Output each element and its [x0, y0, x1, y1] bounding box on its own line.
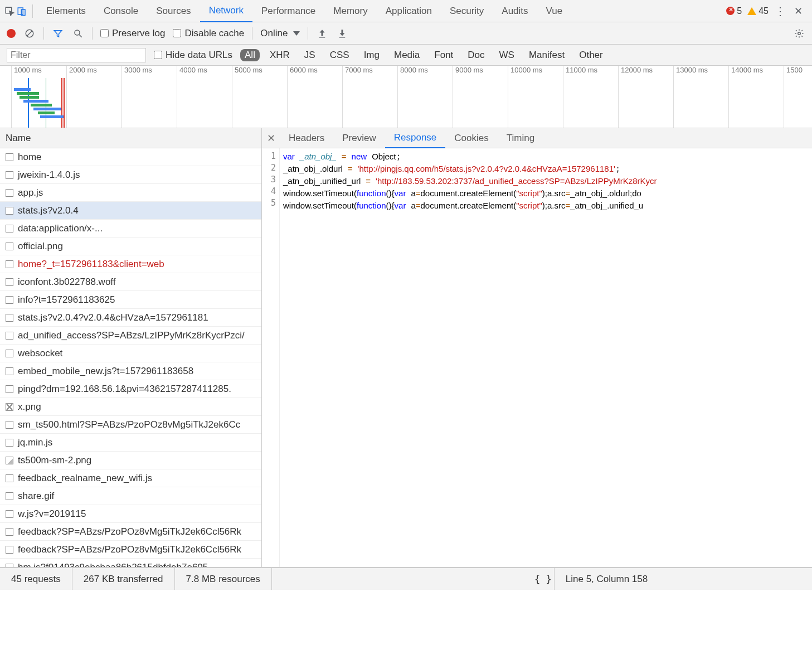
clear-icon[interactable] [23, 27, 36, 40]
request-row[interactable]: app.js [0, 184, 261, 202]
network-timeline[interactable]: 1000 ms2000 ms3000 ms4000 ms5000 ms6000 … [0, 66, 812, 128]
timeline-bar [31, 104, 52, 106]
tab-performance[interactable]: Performance [252, 0, 324, 22]
status-transferred: 267 KB transferred [72, 568, 175, 590]
request-row[interactable]: feedback_realname_new_wifi.js [0, 469, 261, 487]
search-icon[interactable] [72, 27, 84, 40]
tab-console[interactable]: Console [95, 0, 147, 22]
tab-network[interactable]: Network [200, 0, 252, 22]
close-detail-icon[interactable]: ✕ [262, 132, 280, 144]
gear-icon[interactable] [793, 27, 805, 40]
request-row[interactable]: official.png [0, 238, 261, 255]
tab-vue[interactable]: Vue [537, 0, 572, 22]
tab-memory[interactable]: Memory [324, 0, 376, 22]
detail-tab-timing[interactable]: Timing [498, 128, 543, 148]
detail-tab-cookies[interactable]: Cookies [445, 128, 497, 148]
request-row[interactable]: iconfont.3b022788.woff [0, 273, 261, 291]
divider [92, 27, 93, 40]
request-row[interactable]: pingd?dm=192.168.56.1&pvi=43621572874112… [0, 380, 261, 398]
request-list[interactable]: homejweixin-1.4.0.jsapp.jsstats.js?v2.0.… [0, 148, 261, 567]
tab-elements[interactable]: Elements [37, 0, 95, 22]
timeline-tick: 11000 ms [563, 66, 597, 128]
request-name: websocket [18, 348, 62, 359]
filter-type-media[interactable]: Media [390, 49, 424, 61]
request-row[interactable]: share.gif [0, 487, 261, 505]
tab-security[interactable]: Security [441, 0, 493, 22]
filter-type-js[interactable]: JS [300, 49, 320, 61]
detail-tab-preview[interactable]: Preview [333, 128, 385, 148]
tab-audits[interactable]: Audits [493, 0, 537, 22]
request-row[interactable]: feedback?SP=ABzs/PzoPOz8vMg5iTkJ2ek6Ccl5… [0, 523, 261, 541]
request-row[interactable]: hm.js?f01493c9ebcbaa86b2615dbfdeb7e605 [0, 559, 261, 567]
request-name: jq.min.js [18, 437, 52, 448]
file-icon [6, 385, 13, 393]
warning-icon [747, 7, 756, 15]
request-row[interactable]: stats.js?v2.0.4?v2.0.4&cHVzaA=1572961181 [0, 309, 261, 327]
kebab-menu-icon[interactable]: ⋮ [774, 5, 786, 17]
timeline-load-marker [64, 78, 65, 128]
request-name: feedback?SP=ABzs/PzoPOz8vMg5iTkJ2ek6Ccl5… [18, 544, 241, 555]
filter-type-css[interactable]: CSS [325, 49, 354, 61]
file-icon [6, 510, 13, 518]
pretty-print-icon[interactable]: { } [532, 568, 555, 590]
network-toolbar: Preserve log Disable cache Online [0, 22, 812, 45]
divider [308, 27, 308, 40]
code-content[interactable]: var _atn_obj_ = new Object; _atn_obj_.ol… [280, 148, 812, 567]
request-row[interactable]: info?t=1572961183625 [0, 291, 261, 309]
filter-type-doc[interactable]: Doc [463, 49, 489, 61]
filter-type-all[interactable]: All [240, 49, 260, 61]
request-row[interactable]: jweixin-1.4.0.js [0, 166, 261, 184]
throttling-select[interactable]: Online [260, 28, 300, 39]
timeline-tick: 13000 ms [673, 66, 708, 128]
request-name: x.png [18, 401, 41, 413]
filter-type-font[interactable]: Font [430, 49, 458, 61]
file-icon [6, 350, 13, 357]
timeline-bar [17, 92, 39, 95]
filter-type-ws[interactable]: WS [495, 49, 519, 61]
filter-input[interactable] [7, 48, 146, 62]
device-toolbar-icon[interactable] [16, 5, 28, 17]
filter-type-xhr[interactable]: XHR [265, 49, 294, 61]
file-icon [6, 171, 13, 179]
close-icon[interactable]: ✕ [792, 5, 804, 17]
request-row[interactable]: embed_mobile_new.js?t=1572961183658 [0, 362, 261, 380]
request-name: embed_mobile_new.js?t=1572961183658 [18, 366, 193, 377]
devtools-top-tabs: ElementsConsoleSourcesNetworkPerformance… [0, 0, 812, 22]
record-button[interactable] [7, 29, 16, 38]
request-row[interactable]: websocket [0, 345, 261, 362]
preserve-log-checkbox[interactable]: Preserve log [100, 28, 165, 39]
detail-tab-headers[interactable]: Headers [280, 128, 333, 148]
filter-type-manifest[interactable]: Manifest [524, 49, 569, 61]
request-row[interactable]: home?_t=1572961183&client=web [0, 255, 261, 273]
tab-application[interactable]: Application [377, 0, 441, 22]
upload-har-icon[interactable] [316, 27, 328, 40]
tab-sources[interactable]: Sources [147, 0, 200, 22]
svg-rect-1 [18, 8, 23, 14]
disable-cache-checkbox[interactable]: Disable cache [173, 28, 244, 39]
request-row[interactable]: stats.js?v2.0.4 [0, 202, 261, 220]
filter-type-img[interactable]: Img [359, 49, 384, 61]
request-name: jweixin-1.4.0.js [18, 169, 80, 181]
warning-count[interactable]: 45 [747, 6, 769, 16]
request-name: stats.js?v2.0.4?v2.0.4&cHVzaA=1572961181 [18, 312, 208, 323]
request-row[interactable]: home [0, 148, 261, 166]
response-code[interactable]: 12345 var _atn_obj_ = new Object; _atn_o… [262, 148, 812, 567]
filter-type-other[interactable]: Other [575, 49, 607, 61]
line-gutter: 12345 [262, 148, 280, 567]
request-row[interactable]: feedback?SP=ABzs/PzoPOz8vMg5iTkJ2ek6Ccl5… [0, 541, 261, 559]
request-row[interactable]: jq.min.js [0, 434, 261, 452]
request-row[interactable]: x.png [0, 398, 261, 416]
request-row[interactable]: w.js?v=2019115 [0, 505, 261, 523]
filter-icon[interactable] [52, 27, 64, 40]
request-row[interactable]: ts500m-sm-2.png [0, 452, 261, 469]
request-row[interactable]: ad_unified_access?SP=ABzs/LzIPPyMrKz8rKy… [0, 327, 261, 345]
request-row[interactable]: data:application/x-... [0, 220, 261, 238]
inspect-element-icon[interactable] [3, 5, 16, 17]
download-har-icon[interactable] [336, 27, 348, 40]
name-column-header[interactable]: Name [0, 128, 261, 148]
hide-data-urls-checkbox[interactable]: Hide data URLs [154, 50, 232, 61]
timeline-tick: 9000 ms [453, 66, 483, 128]
detail-tab-response[interactable]: Response [385, 128, 446, 148]
error-count[interactable]: ✕ 5 [726, 6, 742, 16]
request-row[interactable]: sm_ts500.html?SP=ABzs/PzoPOz8vMg5iTkJ2ek… [0, 416, 261, 434]
